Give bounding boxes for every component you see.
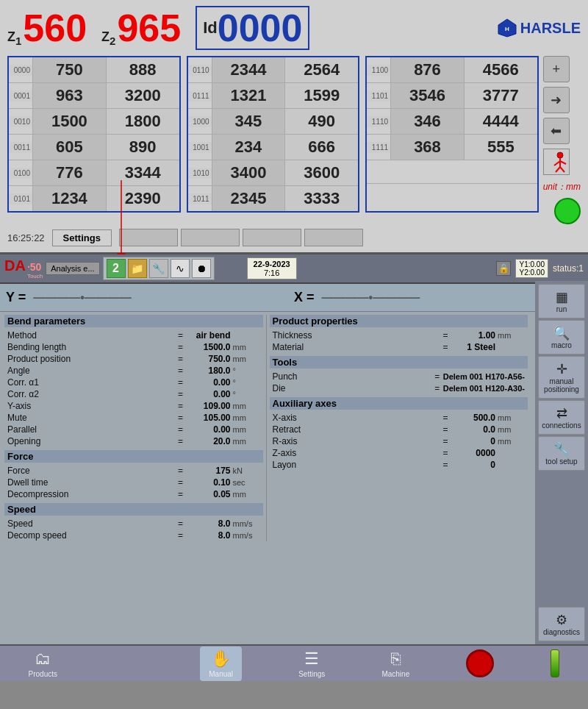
- opening-row: Opening = 20.0 mm: [4, 435, 263, 447]
- empty-row: [367, 184, 537, 207]
- bending-length-label: Bending length: [7, 342, 175, 352]
- table-row[interactable]: 0101 1234 2390: [9, 186, 179, 211]
- id-box: Id 0000: [196, 6, 309, 50]
- table-row[interactable]: 1010 3400 3600: [188, 160, 359, 186]
- mute-row: Mute = 105.00 mm: [4, 412, 263, 424]
- mute-unit: mm: [231, 413, 260, 422]
- sidebar-connections-button[interactable]: ⇄ connections: [538, 400, 585, 435]
- manual-footer-button[interactable]: ✋ Manual: [200, 646, 242, 681]
- material-label: Material: [273, 342, 440, 352]
- table-row[interactable]: 0000 750 888: [9, 57, 179, 83]
- plus-button[interactable]: +: [543, 56, 570, 82]
- run-label: run: [556, 305, 567, 313]
- time-value: 7:16: [254, 268, 290, 277]
- row-id: 0011: [9, 142, 32, 153]
- product-pos-unit: mm: [231, 354, 260, 363]
- tab-button-1[interactable]: [119, 229, 178, 246]
- settings-button[interactable]: Settings: [52, 229, 112, 246]
- figure-icon: [543, 149, 570, 175]
- decomp-label: Decompression: [7, 489, 175, 499]
- settings-footer-button[interactable]: ☰ Settings: [298, 649, 325, 678]
- sidebar-tool-setup-button[interactable]: 🔧 tool setup: [538, 436, 585, 471]
- table-row[interactable]: 0011 605 890: [9, 135, 179, 160]
- tools-icon[interactable]: 🔧: [149, 259, 168, 278]
- product-pos-row: Product position = 750.0 mm: [4, 353, 263, 365]
- tab-button-2[interactable]: [181, 229, 240, 246]
- stop-button[interactable]: [466, 649, 494, 677]
- corr-a1-row: Corr. α1 = 0.00 °: [4, 377, 263, 388]
- tab-button-4[interactable]: [304, 229, 363, 246]
- arrow-left-button[interactable]: ⬅: [543, 118, 570, 144]
- table-row[interactable]: 0010 1500 1800: [9, 109, 179, 135]
- corr-a2-unit: °: [231, 390, 260, 399]
- table-row[interactable]: 1111 368 555: [367, 135, 537, 160]
- crosshair-icon: ✛: [542, 361, 581, 377]
- sidebar-manual-positioning-button[interactable]: ✛ manualpositioning: [538, 356, 585, 399]
- table-row[interactable]: 0001 963 3200: [9, 83, 179, 109]
- decomp-row: Decompression = 0.05 mm: [4, 488, 263, 500]
- sidebar-macro-button[interactable]: 🔍 macro: [538, 320, 585, 354]
- table-row[interactable]: 1101 3546 3777: [367, 83, 537, 109]
- record-icon[interactable]: ⏺: [192, 259, 211, 278]
- punch-label: Punch: [273, 371, 431, 382]
- row-val1: 234: [212, 135, 285, 160]
- tool-setup-icon: 🔧: [542, 441, 581, 457]
- row-id: 1000: [188, 116, 212, 127]
- wave-icon[interactable]: ∿: [171, 259, 190, 278]
- arrow-right-button[interactable]: ➜: [543, 87, 570, 113]
- top-panel: Z1 560 Z2 965 Id 0000 H HARSLE 0000 7: [0, 0, 588, 254]
- start-button[interactable]: [551, 649, 559, 677]
- row-id: 1110: [367, 116, 390, 127]
- xaxis-row: X-axis = 500.0 mm: [270, 412, 528, 424]
- tab-button-3[interactable]: [243, 229, 301, 246]
- machine-icon: ⎘: [391, 649, 401, 669]
- raxis-value: 0: [451, 436, 495, 446]
- parallel-label: Parallel: [7, 424, 175, 435]
- sidebar-run-button[interactable]: ▦ run: [538, 284, 585, 318]
- analysis-button[interactable]: Analysis e...: [46, 262, 99, 275]
- z1-display: Z1 560: [7, 9, 87, 47]
- products-icon: 🗂: [35, 649, 51, 669]
- table-row[interactable]: 1001 234 666: [188, 135, 359, 160]
- retract-label: Retract: [273, 424, 440, 435]
- table-row[interactable]: 0110 2344 2564: [188, 57, 359, 83]
- table-row[interactable]: 1011 2345 3333: [188, 186, 359, 211]
- products-footer-button[interactable]: 🗂 Products: [29, 649, 57, 678]
- machine-footer-button[interactable]: ⎘ Machine: [381, 649, 409, 678]
- retract-row: Retract = 0.0 mm: [270, 424, 528, 435]
- da-header: DA ·50 Touch Analysis e... 2 📁 🔧 ∿ ⏺ 22-…: [0, 254, 588, 284]
- table-row[interactable]: 1110 346 4444: [367, 109, 537, 135]
- force-title: Force: [4, 450, 263, 463]
- svg-line-7: [560, 167, 564, 172]
- harsle-label: HARSLE: [520, 20, 581, 37]
- table-row[interactable]: 1000 345 490: [188, 109, 359, 135]
- datetime-display: 22-9-2023 7:16: [247, 257, 297, 279]
- parallel-value: 0.00: [187, 424, 231, 435]
- y-axis-header: Y = ————•————: [6, 287, 294, 308]
- status-info: 🔒 Y1:0.00 Y2:0.00 status:1: [496, 259, 584, 278]
- table-row[interactable]: 0111 1321 1599: [188, 83, 359, 109]
- z2-value: 965: [117, 9, 181, 47]
- table-row[interactable]: 1100 876 4566: [367, 57, 537, 83]
- diagnostics-button[interactable]: ⚙ diagnostics: [538, 607, 585, 641]
- angle-row: Angle = 180.0 °: [4, 365, 263, 377]
- footer: 🗂 Products ✋ Manual ☰ Settings ⎘ Machine: [0, 644, 588, 681]
- table-row[interactable]: 0100 776 3344: [9, 160, 179, 186]
- decomp-value: 0.05: [187, 489, 231, 499]
- tool-setup-label: tool setup: [545, 457, 577, 466]
- opening-label: Opening: [7, 436, 175, 446]
- bottom-panel: DA ·50 Touch Analysis e... 2 📁 🔧 ∿ ⏺ 22-…: [0, 254, 588, 681]
- z1-label: Z1: [7, 29, 21, 47]
- row-val1: 876: [390, 57, 464, 82]
- speed-unit: mm/s: [231, 519, 260, 528]
- harsle-logo: H HARSLE: [497, 18, 581, 38]
- product-pos-label: Product position: [7, 354, 175, 364]
- row-val2: 555: [464, 135, 537, 160]
- da-version: ·50 Touch: [27, 261, 43, 279]
- retract-unit: mm: [495, 425, 525, 434]
- corr-a2-label: Corr. α2: [7, 389, 175, 399]
- time-display: 16:25:22: [7, 232, 45, 243]
- toolbar-group: 2 📁 🔧 ∿ ⏺: [103, 257, 215, 280]
- row-val1: 2345: [212, 186, 285, 211]
- folder-icon[interactable]: 📁: [128, 259, 147, 278]
